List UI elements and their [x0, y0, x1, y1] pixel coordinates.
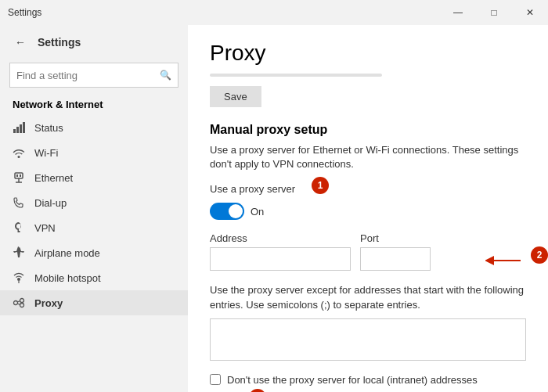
app-title: Settings	[8, 7, 41, 18]
svg-rect-2	[20, 124, 22, 133]
sidebar-item-wifi[interactable]: Wi-Fi	[0, 140, 188, 165]
svg-point-13	[20, 304, 24, 307]
minimize-button[interactable]: —	[440, 0, 476, 25]
back-button[interactable]: ←	[9, 31, 31, 53]
svg-line-14	[18, 301, 20, 303]
window-controls: — □ ✕	[440, 0, 548, 25]
sidebar-header: ← Settings	[0, 25, 188, 59]
sidebar-item-label-dialup: Dial-up	[34, 197, 67, 209]
proxy-icon	[13, 297, 25, 309]
port-field-group: Port	[360, 232, 431, 271]
sidebar: ← Settings 🔍 Network & Internet Status	[0, 25, 188, 392]
svg-point-12	[20, 299, 24, 303]
wifi-icon	[13, 146, 25, 159]
toggle-on-text: On	[251, 206, 264, 218]
address-port-row: Address Port 2	[210, 232, 526, 271]
sidebar-app-title: Settings	[38, 36, 81, 49]
content-area: Proxy Save Manual proxy setup Use a prox…	[188, 25, 548, 392]
except-textarea[interactable]	[210, 318, 526, 361]
save-button-top[interactable]: Save	[210, 86, 261, 107]
sidebar-item-airplane[interactable]: Airplane mode	[0, 240, 188, 265]
close-button[interactable]: ✕	[512, 0, 548, 25]
search-icon: 🔍	[160, 70, 171, 81]
local-addresses-row: Don't use the proxy server for local (in…	[210, 374, 526, 386]
main-layout: ← Settings 🔍 Network & Internet Status	[0, 25, 548, 392]
svg-rect-4	[15, 173, 23, 178]
annotation-2: 2	[531, 246, 548, 264]
annotation-1: 1	[312, 177, 329, 194]
sidebar-item-proxy[interactable]: Proxy	[0, 290, 188, 315]
except-description: Use the proxy server except for addresse…	[210, 283, 526, 311]
local-addresses-label: Don't use the proxy server for local (in…	[227, 374, 478, 386]
progress-bar	[210, 74, 382, 77]
sidebar-item-label-proxy: Proxy	[34, 297, 63, 309]
sidebar-item-label-hotspot: Mobile hotspot	[34, 272, 101, 284]
svg-rect-3	[23, 122, 25, 133]
sidebar-item-label-status: Status	[34, 122, 63, 134]
manual-proxy-title: Manual proxy setup	[210, 123, 526, 137]
address-label: Address	[210, 232, 351, 244]
sidebar-item-dialup[interactable]: Dial-up	[0, 190, 188, 215]
local-addresses-checkbox[interactable]	[210, 374, 221, 385]
svg-point-11	[14, 301, 18, 305]
search-box: 🔍	[9, 63, 178, 88]
proxy-description: Use a proxy server for Ethernet or Wi-Fi…	[210, 143, 526, 171]
page-title: Proxy	[210, 41, 526, 66]
proxy-toggle[interactable]	[210, 203, 244, 220]
svg-point-9	[17, 278, 20, 281]
sidebar-item-label-airplane: Airplane mode	[34, 247, 100, 259]
search-input[interactable]	[16, 70, 160, 81]
airplane-icon	[13, 246, 25, 259]
svg-rect-1	[16, 127, 19, 133]
svg-rect-5	[16, 174, 18, 177]
address-field-group: Address	[210, 232, 351, 271]
sidebar-item-status[interactable]: Status	[0, 115, 188, 140]
address-input[interactable]	[210, 247, 351, 271]
sidebar-section-label: Network & Internet	[0, 94, 188, 115]
svg-rect-0	[13, 129, 16, 133]
sidebar-item-label-vpn: VPN	[34, 222, 56, 234]
hotspot-icon	[13, 272, 25, 284]
status-icon	[13, 121, 25, 134]
arrow-2	[485, 254, 525, 267]
svg-line-15	[18, 304, 20, 305]
sidebar-item-label-ethernet: Ethernet	[34, 172, 73, 184]
vpn-icon	[13, 221, 25, 234]
port-label: Port	[360, 232, 431, 244]
dialup-icon	[13, 196, 25, 209]
proxy-toggle-row: On	[210, 203, 526, 220]
port-input[interactable]	[360, 247, 431, 271]
sidebar-item-ethernet[interactable]: Ethernet	[0, 165, 188, 190]
toggle-knob	[229, 204, 243, 218]
svg-rect-6	[20, 174, 21, 177]
titlebar: Settings — □ ✕	[0, 0, 548, 25]
annotation-3: 3	[249, 389, 266, 392]
sidebar-item-hotspot[interactable]: Mobile hotspot	[0, 265, 188, 290]
ethernet-icon	[13, 171, 25, 184]
use-proxy-label: Use a proxy server	[210, 183, 295, 195]
sidebar-item-label-wifi: Wi-Fi	[34, 147, 58, 159]
maximize-button[interactable]: □	[476, 0, 512, 25]
sidebar-item-vpn[interactable]: VPN	[0, 215, 188, 240]
